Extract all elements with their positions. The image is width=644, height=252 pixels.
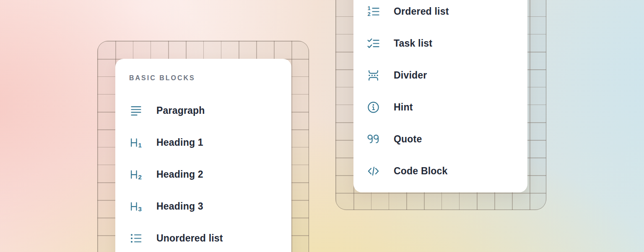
code-block-icon (366, 164, 380, 178)
menu-item-label: Heading 2 (156, 169, 203, 180)
heading-1-icon: 1 (129, 136, 143, 150)
menu-item-heading-1[interactable]: 1Heading 1 (129, 126, 291, 158)
menu-item-ordered-list[interactable]: 12Ordered list (366, 0, 527, 27)
svg-text:1: 1 (138, 142, 141, 149)
menu-item-label: Hint (394, 102, 413, 113)
menu-item-label: Divider (394, 70, 427, 81)
menu-item-heading-3[interactable]: 3Heading 3 (129, 190, 291, 222)
menu-item-heading-2[interactable]: 2Heading 2 (129, 158, 291, 190)
hint-icon (366, 100, 380, 114)
quote-icon (366, 132, 380, 146)
ordered-list-icon: 12 (366, 5, 380, 18)
divider-icon (366, 68, 380, 82)
menu-item-quote[interactable]: Quote (366, 123, 527, 155)
menu-item-paragraph[interactable]: Paragraph (129, 94, 291, 126)
svg-text:3: 3 (138, 205, 141, 213)
svg-text:2: 2 (367, 10, 370, 17)
menu-item-label: Ordered list (394, 6, 449, 17)
menu-item-hint[interactable]: Hint (366, 91, 527, 123)
paragraph-icon (129, 104, 143, 118)
svg-text:2: 2 (138, 173, 141, 181)
menu-item-divider[interactable]: Divider (366, 59, 527, 91)
heading-2-icon: 2 (129, 168, 143, 181)
menu-item-label: Heading 1 (156, 137, 203, 148)
more-blocks-card: 12Ordered listTask listDividerHintQuoteC… (353, 0, 527, 192)
menu-item-label: Task list (394, 38, 432, 49)
page-background: { "theme": { "icon_color": "#2e7390", "t… (0, 0, 644, 252)
basic-blocks-card: BASIC BLOCKS Paragraph1Heading 12Heading… (115, 59, 291, 252)
menu-item-unordered-list[interactable]: Unordered list (129, 222, 291, 252)
basic-blocks-section-header: BASIC BLOCKS (129, 74, 291, 82)
menu-item-label: Code Block (394, 165, 448, 177)
task-list-icon (366, 37, 380, 50)
heading-3-icon: 3 (129, 200, 143, 213)
basic-blocks-list: Paragraph1Heading 12Heading 23Heading 3U… (129, 94, 291, 252)
more-blocks-list: 12Ordered listTask listDividerHintQuoteC… (366, 0, 527, 187)
unordered-list-icon (129, 231, 143, 245)
menu-item-code-block[interactable]: Code Block (366, 155, 527, 187)
menu-item-task-list[interactable]: Task list (366, 27, 527, 59)
menu-item-label: Heading 3 (156, 201, 203, 212)
menu-item-label: Paragraph (156, 105, 205, 116)
menu-item-label: Quote (394, 134, 422, 145)
menu-item-label: Unordered list (156, 233, 223, 244)
